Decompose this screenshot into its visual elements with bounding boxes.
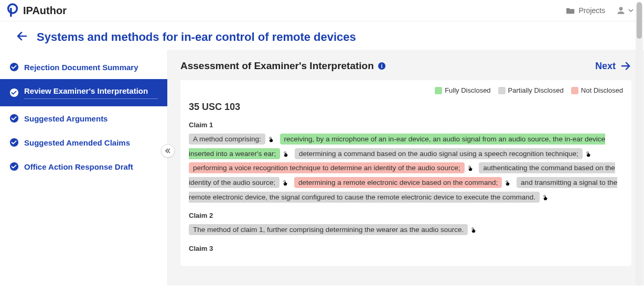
tap-icon[interactable] <box>467 163 474 170</box>
logo-icon <box>5 3 20 18</box>
sidebar-collapse-button[interactable] <box>161 144 175 158</box>
scrollbar[interactable] <box>636 2 643 286</box>
swatch-partial <box>498 87 506 94</box>
panel-title-text: Assessment of Examiner's Interpretation <box>180 60 374 72</box>
projects-link[interactable]: Projects <box>566 6 605 15</box>
claim-segment[interactable]: A method comprising: <box>189 134 265 145</box>
claim-body: The method of claim 1, further comprisin… <box>189 223 623 237</box>
sidebar-item[interactable]: Rejection Document Summary <box>0 55 167 79</box>
check-circle-icon <box>9 138 19 147</box>
user-menu[interactable] <box>616 5 634 16</box>
swatch-not <box>571 87 578 94</box>
claim-label: Claim 2 <box>189 212 623 219</box>
content-area: Assessment of Examiner's Interpretation … <box>168 50 644 285</box>
check-circle-icon <box>9 62 19 72</box>
scroll-thumb[interactable] <box>637 2 642 39</box>
tap-icon[interactable] <box>267 134 275 141</box>
top-actions: Projects <box>566 5 634 16</box>
sidebar: Rejection Document Summary Review Examin… <box>0 50 168 285</box>
tap-icon[interactable] <box>470 225 477 232</box>
panel-title: Assessment of Examiner's Interpretation … <box>180 60 385 72</box>
sidebar-item[interactable]: Suggested Amended Claims <box>0 130 167 154</box>
sidebar-item-label: Suggested Amended Claims <box>24 138 158 147</box>
sidebar-item[interactable]: Office Action Response Draft <box>0 154 167 179</box>
main-area: Rejection Document Summary Review Examin… <box>0 50 644 285</box>
legend-full: Fully Disclosed <box>435 86 490 94</box>
panel-header: Assessment of Examiner's Interpretation … <box>180 60 631 72</box>
next-label: Next <box>595 61 616 72</box>
tap-icon[interactable] <box>585 149 592 156</box>
sidebar-item-label: Rejection Document Summary <box>24 63 158 72</box>
tap-icon[interactable] <box>282 149 289 156</box>
legend-full-label: Fully Disclosed <box>445 86 490 94</box>
claim-segment[interactable]: determining a remote electronic device b… <box>294 177 502 188</box>
legend-partial-label: Partially Disclosed <box>508 86 564 94</box>
svg-point-2 <box>619 7 623 10</box>
statute-title: 35 USC 103 <box>189 102 623 113</box>
next-button[interactable]: Next <box>595 60 631 72</box>
user-icon <box>616 5 626 16</box>
check-circle-icon <box>9 162 19 171</box>
sidebar-item[interactable]: Suggested Arguments <box>0 106 167 130</box>
chevron-down-icon <box>628 8 634 13</box>
svg-point-0 <box>8 4 17 13</box>
tap-icon[interactable] <box>282 178 289 185</box>
check-circle-icon <box>9 114 19 123</box>
back-button[interactable] <box>16 30 28 45</box>
legend: Fully Disclosed Partially Disclosed Not … <box>189 86 623 94</box>
claim-label: Claim 3 <box>189 245 623 252</box>
page-title: Systems and methods for in-ear control o… <box>37 30 356 44</box>
title-row: Systems and methods for in-ear control o… <box>0 21 644 50</box>
claim-segment[interactable]: determining a command based on the audio… <box>295 148 583 159</box>
legend-not-label: Not Disclosed <box>581 86 623 94</box>
topbar: IPAuthor Projects <box>0 0 644 21</box>
legend-partial: Partially Disclosed <box>498 86 564 94</box>
arrow-right-icon <box>620 60 631 72</box>
claim-body: A method comprising: receiving, by a mic… <box>189 132 623 204</box>
info-icon[interactable]: i <box>378 62 385 70</box>
projects-label: Projects <box>578 6 605 15</box>
sidebar-item-label: Suggested Arguments <box>24 114 158 123</box>
arrow-left-icon <box>16 30 28 42</box>
check-circle-icon <box>9 88 19 97</box>
tap-icon[interactable] <box>504 178 511 185</box>
swatch-full <box>435 87 442 94</box>
sidebar-item-label: Office Action Response Draft <box>24 162 158 171</box>
app-logo: IPAuthor <box>5 3 67 18</box>
sidebar-item-label: Review Examiner's Interpretation <box>24 86 158 99</box>
tap-icon[interactable] <box>542 192 549 200</box>
legend-not: Not Disclosed <box>571 86 623 94</box>
claims-container: Claim 1A method comprising: receiving, b… <box>189 121 623 252</box>
svg-rect-1 <box>10 8 12 17</box>
assessment-card: Fully Disclosed Partially Disclosed Not … <box>180 80 631 266</box>
app-name: IPAuthor <box>23 5 67 17</box>
claim-label: Claim 1 <box>189 121 623 129</box>
chevron-double-left-icon <box>165 148 171 154</box>
claim-segment[interactable]: The method of claim 1, further comprisin… <box>189 224 468 235</box>
sidebar-item[interactable]: Review Examiner's Interpretation <box>0 79 167 106</box>
folder-icon <box>566 6 575 15</box>
claim-segment[interactable]: performing a voice recognition technique… <box>189 162 465 173</box>
